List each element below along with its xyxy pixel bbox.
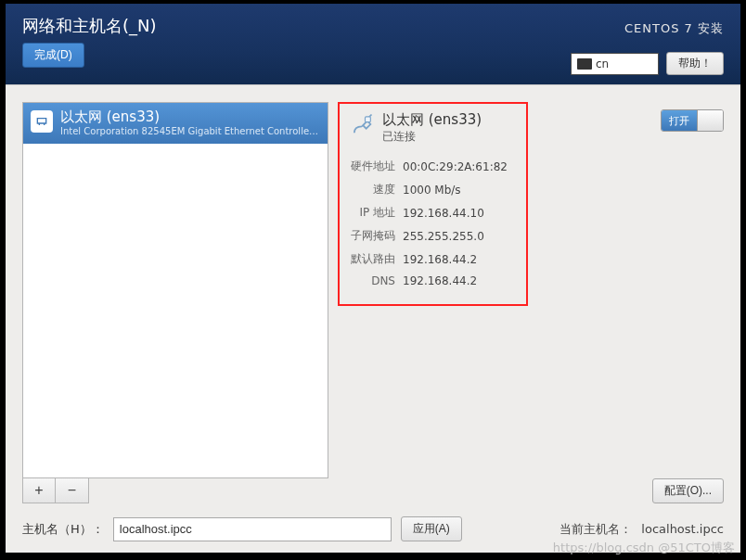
detail-row: DNS192.168.44.2 — [351, 272, 508, 290]
detail-key: 子网掩码 — [351, 225, 401, 247]
hostname-row: 主机名（H）： 应用(A) 当前主机名： localhost.ipcc — [22, 513, 724, 541]
detail-table: 硬件地址00:0C:29:2A:61:82速度1000 Mb/sIP 地址192… — [349, 154, 509, 292]
configure-button[interactable]: 配置(O)... — [652, 478, 724, 503]
detail-value: 1000 Mb/s — [403, 179, 508, 200]
detail-key: 硬件地址 — [351, 156, 401, 177]
detail-row: 子网掩码255.255.255.0 — [351, 225, 508, 247]
keyboard-icon — [577, 58, 592, 70]
interface-desc: Intel Corporation 82545EM Gigabit Ethern… — [60, 126, 320, 136]
connection-details: 以太网 (ens33) 已连接 硬件地址00:0C:29:2A:61:82速度1… — [338, 102, 528, 306]
toggle-handle — [697, 110, 723, 131]
detail-row: 默认路由192.168.44.2 — [351, 248, 508, 270]
remove-interface-button[interactable]: − — [56, 478, 88, 503]
svg-rect-0 — [366, 117, 371, 122]
detail-row: 硬件地址00:0C:29:2A:61:82 — [351, 156, 508, 177]
detail-row: IP 地址192.168.44.10 — [351, 202, 508, 223]
detail-value: 192.168.44.2 — [403, 272, 508, 290]
hostname-label: 主机名（H）： — [22, 521, 104, 538]
brand-label: CENTOS 7 安装 — [624, 20, 724, 37]
help-button[interactable]: 帮助！ — [666, 52, 724, 75]
interface-list[interactable]: 以太网 (ens33) Intel Corporation 82545EM Gi… — [22, 102, 328, 478]
connection-toggle[interactable]: 打开 — [661, 109, 724, 132]
content-area: 以太网 (ens33) Intel Corporation 82545EM Gi… — [6, 85, 740, 553]
interface-name: 以太网 (ens33) — [60, 108, 320, 126]
plug-icon — [349, 111, 375, 137]
detail-title: 以太网 (ens33) — [382, 111, 482, 129]
current-hostname-value: localhost.ipcc — [641, 522, 724, 536]
detail-value: 255.255.255.0 — [403, 225, 508, 247]
add-interface-button[interactable]: + — [23, 478, 56, 503]
detail-key: IP 地址 — [351, 202, 401, 223]
detail-value: 192.168.44.10 — [403, 202, 508, 223]
detail-value: 00:0C:29:2A:61:82 — [403, 156, 508, 177]
apply-hostname-button[interactable]: 应用(A) — [401, 516, 462, 541]
detail-key: 默认路由 — [351, 248, 401, 270]
interface-row-selected[interactable]: 以太网 (ens33) Intel Corporation 82545EM Gi… — [23, 103, 328, 144]
hostname-input[interactable] — [113, 517, 392, 541]
detail-value: 192.168.44.2 — [403, 248, 508, 270]
detail-key: 速度 — [351, 179, 401, 200]
detail-status: 已连接 — [382, 129, 482, 145]
header-banner: 网络和主机名(_N) 完成(D) CENTOS 7 安装 cn 帮助！ — [6, 4, 740, 85]
ethernet-icon — [31, 110, 53, 133]
detail-row: 速度1000 Mb/s — [351, 179, 508, 200]
toggle-on-label: 打开 — [662, 110, 697, 131]
detail-key: DNS — [351, 272, 401, 290]
keyboard-layout-value: cn — [596, 57, 609, 70]
page-title: 网络和主机名(_N) — [22, 15, 157, 37]
done-button[interactable]: 完成(D) — [22, 43, 84, 68]
keyboard-layout-selector[interactable]: cn — [571, 53, 659, 75]
current-hostname-label: 当前主机名： — [560, 521, 632, 538]
